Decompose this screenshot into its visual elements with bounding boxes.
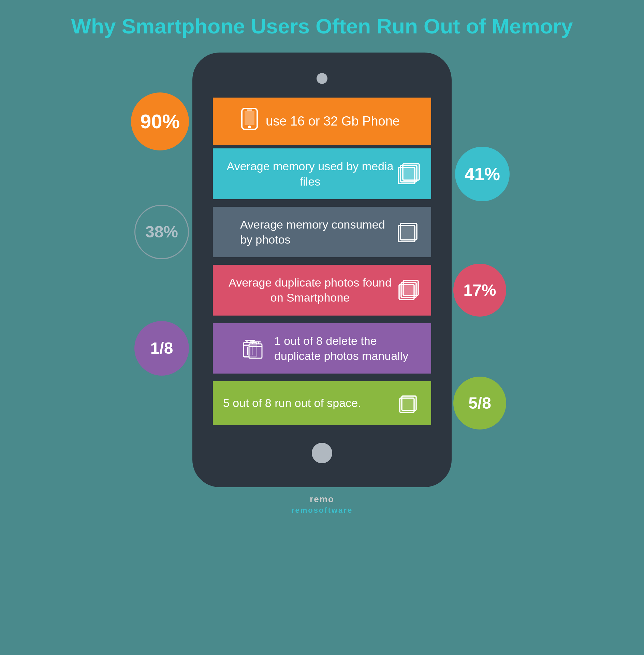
bar-orange: use 16 or 32 Gb Phone <box>213 98 431 145</box>
svg-rect-1 <box>245 111 254 125</box>
bar-green: 5 out of 8 run out of space. <box>213 381 431 425</box>
svg-point-2 <box>248 126 251 128</box>
row-gray: 38% Average memory consumed by photos <box>213 207 431 257</box>
phone-icon <box>240 108 259 135</box>
bar-purple-text: 1 out of 8 delete the duplicate photos m… <box>274 333 421 363</box>
bar-orange-text: use 16 or 32 Gb Phone <box>266 114 400 129</box>
svg-rect-11 <box>403 280 418 295</box>
photos-icon-green <box>397 391 421 415</box>
brand-tagline: remosoftware <box>291 506 353 515</box>
circle-5-of-8: 5/8 <box>453 377 506 430</box>
bar-red: Average duplicate photos found on Smartp… <box>213 265 431 315</box>
row-orange: 90% use 16 or 32 Gb Phone <box>213 98 431 145</box>
row-red: Average duplicate photos found on Smartp… <box>213 265 431 315</box>
trash-icon <box>240 336 267 361</box>
phone-speaker <box>317 73 327 84</box>
svg-rect-6 <box>403 164 419 180</box>
svg-rect-26 <box>400 398 414 412</box>
brand-name: remo <box>310 494 334 505</box>
circle-90-percent: 90% <box>131 92 189 150</box>
row-teal: Average memory used by media files 41% <box>213 148 431 199</box>
svg-rect-3 <box>247 110 252 111</box>
svg-rect-20 <box>249 344 262 358</box>
circle-1-of-8: 1/8 <box>134 321 189 376</box>
page-title: Why Smartphone Users Often Run Out of Me… <box>71 14 573 39</box>
bar-teal-text: Average memory used by media files <box>223 159 397 189</box>
row-green: 5 out of 8 run out of space. 5/8 <box>213 381 431 425</box>
bar-green-text: 5 out of 8 run out of space. <box>223 395 397 410</box>
circle-38-percent: 38% <box>134 205 189 259</box>
photos-icon-teal <box>397 162 421 186</box>
svg-rect-8 <box>398 225 415 242</box>
bar-gray-text: Average memory consumed by photos <box>240 217 397 247</box>
bar-teal: Average memory used by media files <box>213 148 431 199</box>
photos-icon-gray <box>397 220 421 244</box>
circle-17-percent: 17% <box>453 264 506 317</box>
row-purple: 1/8 <box>213 323 431 374</box>
phone-body: 90% use 16 or 32 Gb Phone <box>192 53 452 487</box>
phone-screen: 90% use 16 or 32 Gb Phone <box>213 98 431 429</box>
bar-red-text: Average duplicate photos found on Smartp… <box>223 275 397 305</box>
brand-section: remo remosoftware <box>291 494 353 515</box>
circle-41-percent: 41% <box>455 147 510 201</box>
brand-logo: remo <box>310 494 334 505</box>
phone-home-button <box>312 443 332 463</box>
photos-icon-red <box>397 278 421 302</box>
bar-purple: 1 out of 8 delete the duplicate photos m… <box>213 323 431 374</box>
bar-gray: Average memory consumed by photos <box>213 207 431 257</box>
phone-container: 90% use 16 or 32 Gb Phone <box>169 53 475 487</box>
